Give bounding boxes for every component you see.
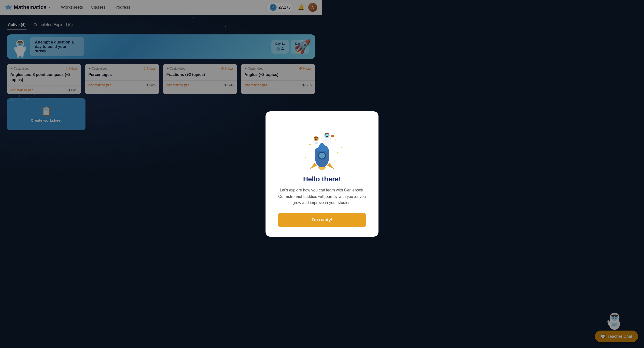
modal-overlay[interactable]: ✦ ✦ ✦ ★ ★: [0, 0, 322, 174]
svg-point-34: [315, 138, 316, 139]
svg-point-44: [320, 137, 322, 144]
modal-illustration-svg: ✦ ✦ ✦ ★ ★: [295, 121, 322, 170]
welcome-modal: ✦ ✦ ✦ ★ ★: [266, 111, 322, 174]
svg-text:★: ★: [305, 156, 306, 159]
svg-text:✦: ✦: [308, 143, 312, 146]
svg-point-35: [316, 138, 318, 139]
svg-rect-38: [315, 142, 318, 144]
modal-illustration: ✦ ✦ ✦ ★ ★: [295, 121, 322, 170]
